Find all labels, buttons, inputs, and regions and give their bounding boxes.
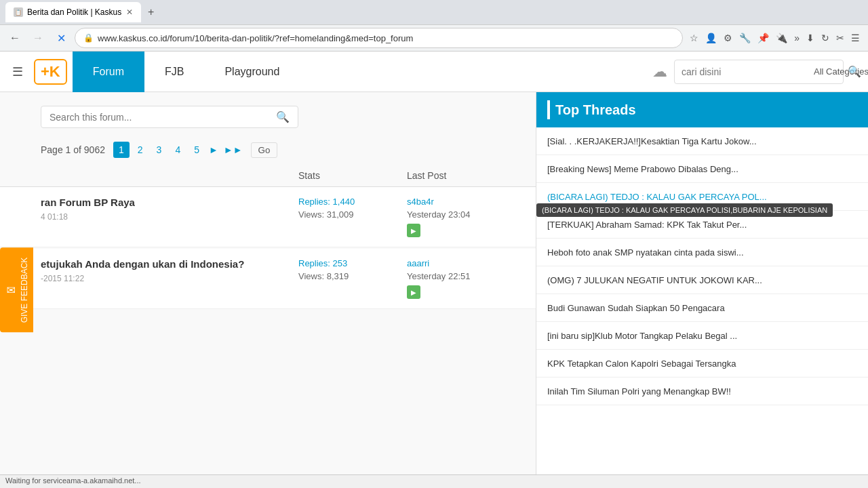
tab-title: Berita dan Politik | Kaskus — [27, 7, 121, 17]
status-bar: Waiting for serviceama-a.akamaihd.net... — [0, 474, 868, 488]
hamburger-button[interactable]: ☰ — [7, 59, 28, 85]
forum-search-button[interactable]: 🔍 — [276, 110, 290, 123]
nav-fjb[interactable]: FJB — [144, 52, 204, 92]
page: ☰ +K Forum FJB Playground ☁ All Categori… — [0, 52, 868, 488]
lastpost-arrow[interactable] — [407, 285, 420, 299]
thread-replies: Replies: 253 — [298, 258, 407, 268]
top-threads-title: Top Threads — [555, 102, 636, 118]
lastpost-user[interactable]: aaarri — [407, 258, 515, 268]
list-item[interactable]: [Breaking News] Meme Prabowo Dibalas Den… — [536, 155, 868, 183]
thread-row: ran Forum BP Raya 4 01:18 Replies: 1,440… — [0, 187, 536, 247]
list-item[interactable]: Inilah Tim Siluman Polri yang Menangkap … — [536, 378, 868, 405]
list-item[interactable]: Heboh foto anak SMP nyatakan cinta pada … — [536, 239, 868, 266]
list-item[interactable]: [ini baru sip]Klub Motor Tangkap Pelaku … — [536, 322, 868, 350]
top-threads-bar — [547, 100, 550, 119]
ext4-icon[interactable]: 🔌 — [773, 31, 790, 45]
page-link-4[interactable]: 4 — [170, 142, 186, 158]
lastpost-time: Yesterday 22:51 — [407, 271, 515, 281]
top-thread-link[interactable]: KPK Tetapkan Calon Kapolri Sebagai Tersa… — [547, 359, 736, 369]
thread-date: -2015 11:22 — [41, 274, 84, 283]
scissors-icon[interactable]: ✂ — [833, 31, 847, 45]
thread-lastpost: aaarri Yesterday 22:51 — [407, 258, 515, 299]
nav-playground-label: Playground — [224, 66, 279, 78]
lastpost-arrow[interactable] — [407, 224, 420, 237]
feedback-icon: ✉ — [4, 284, 17, 297]
top-thread-link[interactable]: [TERKUAK] Abraham Samad: KPK Tak Takut P… — [547, 220, 747, 230]
logo[interactable]: +K — [34, 59, 67, 85]
browser-chrome: 📋 Berita dan Politik | Kaskus ✕ + ← → ✕ … — [0, 0, 868, 52]
top-nav: ☰ +K Forum FJB Playground ☁ All Categori… — [0, 52, 868, 92]
main-content: ✉ GIVE FEEDBACK 🔍 Page 1 of 9062 1 2 3 4… — [0, 92, 868, 488]
nav-forum[interactable]: Forum — [73, 52, 144, 92]
address-bar[interactable]: 🔒 www.kaskus.co.id/forum/10/berita-dan-p… — [75, 28, 683, 48]
thread-date: 4 01:18 — [41, 212, 68, 222]
lastpost-time: Yesterday 23:04 — [407, 209, 515, 220]
top-thread-link[interactable]: Inilah Tim Siluman Polri yang Menangkap … — [547, 386, 731, 396]
next-page-arrow[interactable]: ► — [208, 143, 220, 157]
list-item[interactable]: [Sial. . .KERJAKERJA!!]Kesaktian Tiga Ka… — [536, 127, 868, 155]
tab-close-button[interactable]: ✕ — [126, 7, 133, 17]
forward-button[interactable]: → — [28, 28, 47, 47]
search-box: All Categories — [674, 60, 844, 84]
top-thread-link[interactable]: Heboh foto anak SMP nyatakan cinta pada … — [547, 247, 744, 258]
refresh-icon[interactable]: ↻ — [818, 31, 832, 45]
menu-icon[interactable]: ☰ — [848, 31, 863, 45]
top-thread-link-blue[interactable]: (BICARA LAGI) TEDJO : KALAU GAK PERCAYA … — [547, 192, 767, 202]
browser-titlebar: 📋 Berita dan Politik | Kaskus ✕ + — [0, 0, 868, 24]
browser-nav: ← → ✕ 🔒 www.kaskus.co.id/forum/10/berita… — [0, 24, 868, 52]
user-icon[interactable]: 👤 — [703, 31, 719, 45]
thread-title: etujukah Anda dengan ukan di Indonesia? … — [41, 258, 298, 283]
secure-icon: 🔒 — [83, 33, 94, 43]
ext3-icon[interactable]: 📌 — [755, 31, 772, 45]
pagination: Page 1 of 9062 1 2 3 4 5 ► ►► Go — [0, 135, 536, 165]
weather-icon: ☁ — [646, 63, 674, 81]
ext-more-icon[interactable]: » — [791, 31, 802, 45]
tab-favicon: 📋 — [14, 7, 23, 17]
thread-views: Views: 8,319 — [298, 271, 407, 281]
go-button[interactable]: Go — [251, 142, 278, 158]
new-tab-button[interactable]: + — [144, 2, 158, 22]
list-item[interactable]: (OMG) 7 JULUKAN NEGATIF UNTUK JOKOWI KAR… — [536, 266, 868, 294]
list-item[interactable]: Budi Gunawan Sudah Siapkan 50 Pengacara — [536, 294, 868, 322]
feedback-label: GIVE FEEDBACK — [20, 258, 29, 323]
page-link-2[interactable]: 2 — [132, 142, 149, 158]
browser-tab[interactable]: 📋 Berita dan Politik | Kaskus ✕ — [5, 2, 141, 22]
back-button[interactable]: ← — [5, 28, 24, 47]
nav-extras: ☆ 👤 ⚙ 🔧 📌 🔌 » ⬇ ↻ ✂ ☰ — [687, 31, 863, 45]
thread-title-link[interactable]: etujukah Anda dengan ukan di Indonesia? — [41, 258, 298, 270]
ext1-icon[interactable]: ⚙ — [721, 31, 735, 45]
list-item[interactable]: KPK Tetapkan Calon Kapolri Sebagai Tersa… — [536, 350, 868, 378]
page-link-5[interactable]: 5 — [189, 142, 205, 158]
feedback-tab[interactable]: ✉ GIVE FEEDBACK — [0, 248, 33, 333]
forum-search-input[interactable] — [50, 112, 276, 123]
top-thread-link[interactable]: [Sial. . .KERJAKERJA!!]Kesaktian Tiga Ka… — [547, 136, 757, 146]
col-lastpost-header: Last Post — [407, 170, 515, 181]
nav-forum-label: Forum — [93, 66, 124, 78]
thread-replies: Replies: 1,440 — [298, 197, 407, 207]
thread-title-link[interactable]: ran Forum BP Raya — [41, 197, 298, 208]
search-submit-button[interactable]: 🔍 — [848, 65, 861, 78]
list-item[interactable]: (BICARA LAGI) TEDJO : KALAU GAK PERCAYA … — [536, 183, 868, 211]
url-text: www.kaskus.co.id/forum/10/berita-dan-pol… — [98, 33, 674, 43]
thread-table-header: Stats Last Post — [0, 165, 536, 187]
top-thread-link[interactable]: (OMG) 7 JULUKAN NEGATIF UNTUK JOKOWI KAR… — [547, 275, 762, 285]
download-icon[interactable]: ⬇ — [804, 31, 817, 45]
last-page-arrow[interactable]: ►► — [222, 143, 244, 157]
top-thread-link[interactable]: [ini baru sip]Klub Motor Tangkap Pelaku … — [547, 331, 737, 341]
forum-left: ✉ GIVE FEEDBACK 🔍 Page 1 of 9062 1 2 3 4… — [0, 92, 536, 488]
top-thread-link[interactable]: [Breaking News] Meme Prabowo Dibalas Den… — [547, 164, 738, 174]
thread-stats: Replies: 1,440 Views: 31,009 — [298, 197, 407, 220]
reload-button[interactable]: ✕ — [52, 28, 71, 47]
search-input[interactable] — [682, 66, 800, 77]
page-link-1[interactable]: 1 — [113, 142, 130, 158]
top-thread-link[interactable]: Budi Gunawan Sudah Siapkan 50 Pengacara — [547, 303, 725, 313]
ext2-icon[interactable]: 🔧 — [736, 31, 753, 45]
tooltip: (BICARA LAGI) TEDJO : KALAU GAK PERCAYA … — [536, 203, 833, 217]
col-stats-header: Stats — [298, 170, 407, 181]
status-text: Waiting for serviceama-a.akamaihd.net... — [5, 476, 141, 485]
nav-playground[interactable]: Playground — [204, 52, 300, 92]
star-icon[interactable]: ☆ — [687, 31, 701, 45]
page-link-3[interactable]: 3 — [151, 142, 167, 158]
col-title-header — [41, 170, 298, 181]
lastpost-user[interactable]: s4ba4r — [407, 197, 515, 207]
